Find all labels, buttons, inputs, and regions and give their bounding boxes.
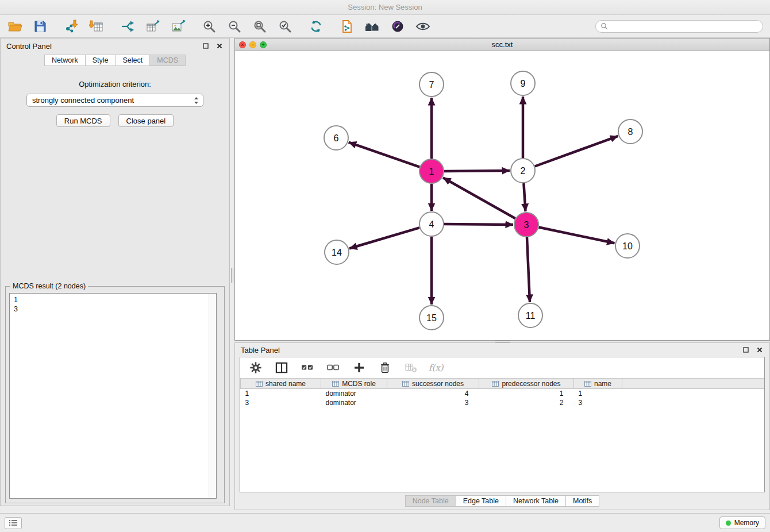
show-columns-button[interactable]: [274, 360, 290, 376]
float-panel-button[interactable]: [202, 42, 210, 50]
memory-button[interactable]: Memory: [719, 516, 765, 529]
table-cell[interactable]: 2: [479, 398, 574, 407]
add-row-button[interactable]: [351, 360, 367, 376]
splitter-handle[interactable]: [231, 268, 233, 283]
graph-edge-3-1[interactable]: [443, 178, 515, 218]
graph-edge-2-8[interactable]: [535, 136, 618, 167]
tab-edge-table[interactable]: Edge Table: [456, 495, 506, 507]
table-cell[interactable]: dominator: [321, 398, 387, 407]
search-input[interactable]: [611, 22, 758, 31]
zoom-in-button[interactable]: [201, 18, 217, 34]
table-cell[interactable]: 1: [479, 389, 574, 398]
graph-node-label: 3: [524, 220, 529, 230]
open-session-button[interactable]: [7, 18, 23, 34]
select-all-button[interactable]: [299, 360, 315, 376]
graph-edge-4-14[interactable]: [349, 228, 419, 248]
zoom-fit-button[interactable]: [252, 18, 268, 34]
column-header-successor-nodes[interactable]: successor nodes: [387, 379, 479, 389]
refresh-view-button[interactable]: [308, 18, 324, 34]
tab-style[interactable]: Style: [85, 55, 116, 66]
save-session-button[interactable]: [32, 18, 48, 34]
style-wand-button[interactable]: [390, 18, 406, 34]
share-document-button[interactable]: [339, 18, 355, 34]
column-header-name[interactable]: name: [574, 379, 622, 389]
application-window: Session: New Session: [0, 0, 770, 532]
network-window-titlebar[interactable]: × − + scc.txt: [235, 38, 769, 51]
close-window-icon[interactable]: ×: [239, 41, 246, 48]
close-panel-button[interactable]: [215, 42, 224, 50]
task-history-button[interactable]: [5, 517, 22, 529]
close-panel-action-button[interactable]: Close panel: [118, 114, 174, 127]
network-window: × − + scc.txt 7968124314101511: [234, 38, 770, 341]
graph-edge-3-11[interactable]: [527, 237, 530, 302]
graph-edge-4-3[interactable]: [444, 224, 513, 225]
table-cell[interactable]: 3: [241, 398, 321, 407]
network-home-button[interactable]: [364, 18, 380, 34]
deselect-all-button[interactable]: [325, 360, 341, 376]
graph-node-14[interactable]: 14: [325, 240, 349, 264]
graph-node-label: 15: [426, 313, 437, 323]
table-settings-button[interactable]: [248, 360, 264, 376]
graph-node-8[interactable]: 8: [618, 119, 642, 144]
graph-node-10[interactable]: 10: [615, 234, 640, 258]
graph-edge-1-2[interactable]: [444, 171, 510, 171]
function-builder-button[interactable]: f(x): [429, 363, 444, 373]
tab-network[interactable]: Network: [44, 55, 86, 66]
horizontal-splitter[interactable]: [234, 341, 770, 342]
search-field[interactable]: [595, 20, 763, 33]
tab-node-table[interactable]: Node Table: [405, 495, 456, 507]
import-table-button[interactable]: [88, 18, 105, 34]
graph-edge-1-6[interactable]: [349, 142, 420, 167]
column-header-shared-name[interactable]: shared name: [241, 379, 321, 389]
import-network-button[interactable]: [63, 18, 79, 34]
mcds-result-list[interactable]: 1 3: [9, 293, 217, 499]
delete-table-icon: [405, 363, 417, 373]
graph-edge-2-3[interactable]: [523, 183, 525, 211]
graph-node-6[interactable]: 6: [324, 126, 348, 150]
table-cell[interactable]: 3: [387, 398, 479, 407]
close-table-panel-button[interactable]: [756, 346, 764, 354]
graph-node-label: 6: [334, 133, 339, 143]
zoom-selected-button[interactable]: [277, 18, 293, 34]
column-header-predecessor-nodes[interactable]: predecessor nodes: [479, 379, 574, 389]
delete-row-button[interactable]: [377, 360, 393, 376]
zoom-window-icon[interactable]: +: [260, 41, 267, 48]
delete-table-button[interactable]: [403, 360, 419, 376]
zoom-out-button[interactable]: [226, 18, 242, 34]
graph-node-2[interactable]: 2: [511, 159, 535, 183]
graph-node-3[interactable]: 3: [514, 213, 538, 237]
show-hide-button[interactable]: [415, 18, 431, 34]
float-table-panel-button[interactable]: [742, 346, 750, 354]
column-header-MCDS-role[interactable]: MCDS role: [321, 379, 387, 389]
tab-motifs[interactable]: Motifs: [565, 495, 599, 507]
splitter-handle[interactable]: [495, 341, 510, 342]
network-graph[interactable]: 7968124314101511: [235, 51, 769, 340]
tab-select[interactable]: Select: [116, 55, 151, 66]
export-table-button[interactable]: [145, 18, 161, 34]
graph-node-1[interactable]: 1: [419, 159, 444, 183]
table-row[interactable]: 1dominator411: [241, 389, 765, 398]
table-panel: Table Panel: [234, 342, 770, 510]
export-image-button[interactable]: [170, 18, 186, 34]
run-mcds-button[interactable]: Run MCDS: [56, 114, 110, 127]
window-titlebar: Session: New Session: [0, 0, 770, 15]
graph-node-7[interactable]: 7: [419, 72, 444, 97]
graph-node-9[interactable]: 9: [511, 71, 535, 95]
table-cell[interactable]: 4: [387, 389, 479, 398]
tab-network-table[interactable]: Network Table: [506, 495, 566, 507]
table-cell[interactable]: 3: [574, 398, 622, 407]
table-cell[interactable]: 1: [241, 389, 321, 398]
graph-node-11[interactable]: 11: [518, 303, 542, 327]
table-row[interactable]: 3dominator323: [241, 398, 765, 407]
tab-mcds[interactable]: MCDS: [149, 55, 186, 66]
criterion-dropdown[interactable]: strongly connected component: [26, 94, 203, 107]
export-network-button[interactable]: [120, 18, 136, 34]
graph-node-15[interactable]: 15: [419, 306, 444, 330]
result-scrollbar[interactable]: [209, 294, 215, 498]
vertical-splitter[interactable]: [230, 38, 234, 513]
table-cell[interactable]: 1: [574, 389, 622, 398]
minimize-window-icon[interactable]: −: [249, 41, 256, 48]
table-cell[interactable]: dominator: [321, 389, 387, 398]
graph-edge-3-10[interactable]: [539, 228, 615, 244]
graph-node-4[interactable]: 4: [419, 212, 444, 236]
